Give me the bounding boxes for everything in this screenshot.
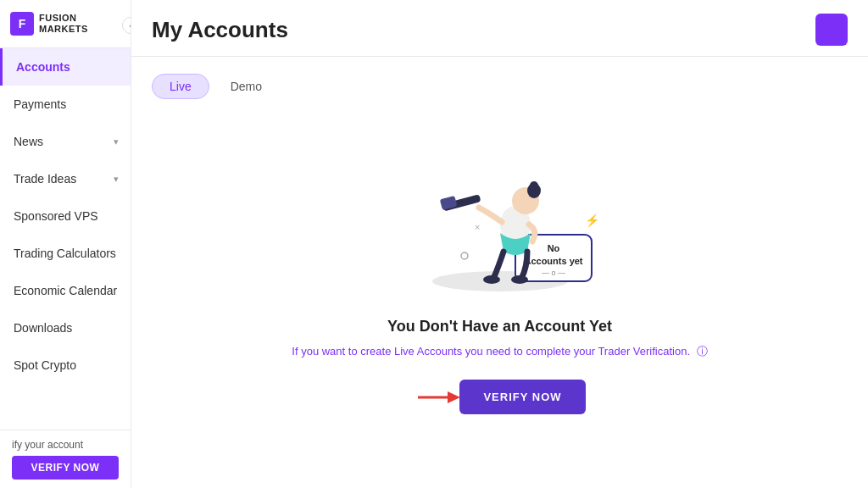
empty-description: If you want to create Live Accounts you … bbox=[292, 344, 707, 359]
user-avatar[interactable] bbox=[815, 14, 848, 46]
chevron-down-icon: ▾ bbox=[114, 136, 119, 147]
svg-point-12 bbox=[511, 275, 528, 284]
sidebar-item-trade-ideas[interactable]: Trade Ideas ▾ bbox=[0, 160, 131, 197]
svg-text:— o —: — o — bbox=[541, 269, 565, 277]
sidebar-item-spot-crypto[interactable]: Spot Crypto bbox=[0, 347, 131, 384]
sidebar-item-news[interactable]: News ▾ bbox=[0, 123, 131, 160]
svg-text:No: No bbox=[547, 243, 559, 253]
svg-point-8 bbox=[530, 181, 538, 190]
sidebar-item-payments[interactable]: Payments bbox=[0, 86, 131, 123]
page-title: My Accounts bbox=[152, 17, 288, 43]
main-content: My Accounts Live Demo No bbox=[131, 0, 868, 488]
verify-now-button[interactable]: VERIFY NOW bbox=[459, 380, 585, 414]
main-header: My Accounts bbox=[131, 0, 868, 57]
chevron-down-icon: ▾ bbox=[114, 174, 119, 185]
sidebar-item-economic-calendar[interactable]: Economic Calendar bbox=[0, 272, 131, 309]
arrow-icon bbox=[414, 385, 465, 410]
sidebar-item-accounts[interactable]: Accounts bbox=[0, 48, 131, 86]
sidebar: F FUSION MARKETS ‹ Accounts Payments New… bbox=[0, 0, 131, 488]
svg-text:Accounts yet: Accounts yet bbox=[524, 256, 582, 266]
sidebar-bottom: ify your account VERIFY NOW bbox=[0, 430, 131, 488]
no-accounts-illustration: No Accounts yet — o — bbox=[390, 133, 610, 302]
logo: F FUSION MARKETS bbox=[0, 0, 131, 48]
sidebar-verify-button[interactable]: VERIFY NOW bbox=[12, 456, 119, 480]
sidebar-item-trading-calculators[interactable]: Trading Calculators bbox=[0, 235, 131, 272]
verify-row: VERIFY NOW bbox=[414, 380, 585, 414]
svg-point-11 bbox=[483, 275, 500, 284]
empty-state: No Accounts yet — o — bbox=[152, 125, 848, 414]
info-icon[interactable]: ⓘ bbox=[697, 345, 708, 358]
svg-marker-17 bbox=[448, 391, 460, 403]
empty-title: You Don't Have an Account Yet bbox=[387, 318, 612, 336]
main-body: Live Demo No Accounts yet — o — bbox=[131, 57, 868, 488]
svg-text:⚡: ⚡ bbox=[585, 214, 600, 228]
verify-account-label: ify your account bbox=[12, 439, 119, 451]
tab-live[interactable]: Live bbox=[152, 74, 209, 99]
account-tabs: Live Demo bbox=[152, 74, 848, 99]
sidebar-item-downloads[interactable]: Downloads bbox=[0, 309, 131, 347]
svg-point-14 bbox=[461, 252, 468, 259]
tab-demo[interactable]: Demo bbox=[213, 74, 280, 99]
sidebar-item-sponsored-vps[interactable]: Sponsored VPS bbox=[0, 197, 131, 235]
sidebar-nav: Accounts Payments News ▾ Trade Ideas ▾ S… bbox=[0, 48, 131, 430]
logo-text: FUSION MARKETS bbox=[39, 13, 88, 35]
svg-text:×: × bbox=[475, 222, 480, 232]
logo-icon: F bbox=[10, 12, 34, 36]
